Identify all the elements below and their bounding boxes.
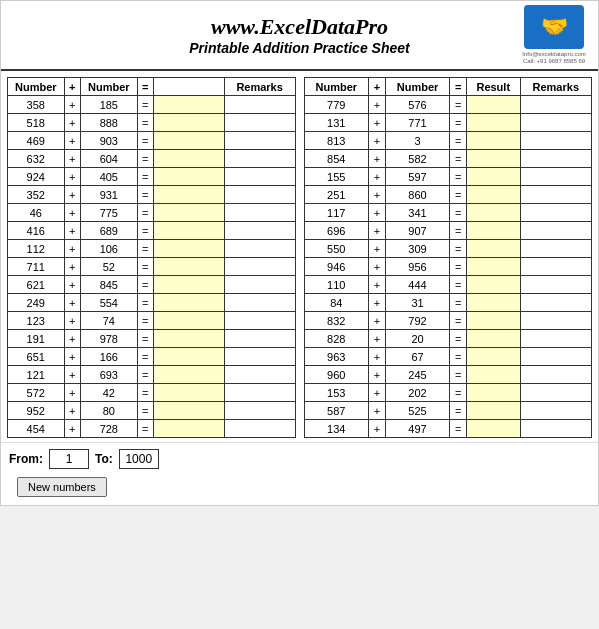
left-cell-r17-c0: 952 bbox=[8, 402, 65, 420]
right-cell-r17-c3: = bbox=[450, 402, 467, 420]
right-table-row: 828+20= bbox=[304, 330, 592, 348]
left-cell-r7-c3: = bbox=[137, 222, 153, 240]
right-cell-r14-c1: + bbox=[369, 348, 386, 366]
left-table: Number + Number = Remarks 358+185=518+88… bbox=[7, 77, 296, 438]
right-cell-r8-c1: + bbox=[369, 240, 386, 258]
right-table-row: 110+444= bbox=[304, 276, 592, 294]
to-input[interactable] bbox=[119, 449, 159, 469]
header-center: www.ExcelDataPro Printable Addition Prac… bbox=[81, 14, 518, 56]
right-cell-r11-c3: = bbox=[450, 294, 467, 312]
right-cell-r11-c0: 84 bbox=[304, 294, 369, 312]
right-cell-r18-c0: 134 bbox=[304, 420, 369, 438]
handshake-icon: 🤝 bbox=[541, 14, 568, 40]
right-cell-r13-c1: + bbox=[369, 330, 386, 348]
left-cell-r12-c1: + bbox=[64, 312, 80, 330]
right-cell-r15-c0: 960 bbox=[304, 366, 369, 384]
left-cell-r9-c1: + bbox=[64, 258, 80, 276]
right-cell-r1-c2: 771 bbox=[385, 114, 450, 132]
left-cell-r11-c1: + bbox=[64, 294, 80, 312]
right-cell-r0-c4 bbox=[466, 96, 520, 114]
right-cell-r18-c2: 497 bbox=[385, 420, 450, 438]
right-cell-r18-c5 bbox=[520, 420, 591, 438]
left-cell-r15-c4 bbox=[154, 366, 225, 384]
left-table-row: 651+166= bbox=[8, 348, 296, 366]
left-cell-r11-c0: 249 bbox=[8, 294, 65, 312]
left-cell-r8-c4 bbox=[154, 240, 225, 258]
right-cell-r0-c2: 576 bbox=[385, 96, 450, 114]
right-cell-r16-c3: = bbox=[450, 384, 467, 402]
from-input[interactable] bbox=[49, 449, 89, 469]
left-cell-r18-c0: 454 bbox=[8, 420, 65, 438]
left-cell-r3-c5 bbox=[224, 150, 295, 168]
right-cell-r5-c2: 860 bbox=[385, 186, 450, 204]
left-cell-r2-c1: + bbox=[64, 132, 80, 150]
right-cell-r9-c0: 946 bbox=[304, 258, 369, 276]
left-cell-r13-c1: + bbox=[64, 330, 80, 348]
right-cell-r11-c2: 31 bbox=[385, 294, 450, 312]
right-cell-r7-c3: = bbox=[450, 222, 467, 240]
left-cell-r10-c2: 845 bbox=[81, 276, 138, 294]
left-table-row: 358+185= bbox=[8, 96, 296, 114]
right-table-section: Number + Number = Result Remarks 779+576… bbox=[304, 77, 593, 438]
right-cell-r9-c3: = bbox=[450, 258, 467, 276]
left-cell-r4-c2: 405 bbox=[81, 168, 138, 186]
right-cell-r0-c1: + bbox=[369, 96, 386, 114]
right-cell-r13-c5 bbox=[520, 330, 591, 348]
left-cell-r3-c0: 632 bbox=[8, 150, 65, 168]
left-cell-r13-c3: = bbox=[137, 330, 153, 348]
right-cell-r3-c5 bbox=[520, 150, 591, 168]
right-cell-r0-c0: 779 bbox=[304, 96, 369, 114]
left-cell-r1-c3: = bbox=[137, 114, 153, 132]
right-cell-r6-c1: + bbox=[369, 204, 386, 222]
right-cell-r0-c5 bbox=[520, 96, 591, 114]
left-table-row: 632+604= bbox=[8, 150, 296, 168]
right-cell-r14-c4 bbox=[466, 348, 520, 366]
right-cell-r5-c1: + bbox=[369, 186, 386, 204]
left-table-row: 112+106= bbox=[8, 240, 296, 258]
left-cell-r18-c2: 728 bbox=[81, 420, 138, 438]
left-cell-r0-c5 bbox=[224, 96, 295, 114]
left-cell-r7-c0: 416 bbox=[8, 222, 65, 240]
left-cell-r2-c4 bbox=[154, 132, 225, 150]
left-table-section: Number + Number = Remarks 358+185=518+88… bbox=[7, 77, 296, 438]
right-cell-r11-c4 bbox=[466, 294, 520, 312]
left-table-row: 952+80= bbox=[8, 402, 296, 420]
left-table-row: 123+74= bbox=[8, 312, 296, 330]
right-cell-r4-c5 bbox=[520, 168, 591, 186]
left-col-blank bbox=[154, 78, 225, 96]
left-cell-r7-c5 bbox=[224, 222, 295, 240]
left-cell-r7-c4 bbox=[154, 222, 225, 240]
right-cell-r14-c2: 67 bbox=[385, 348, 450, 366]
right-cell-r12-c5 bbox=[520, 312, 591, 330]
right-cell-r1-c4 bbox=[466, 114, 520, 132]
left-cell-r12-c0: 123 bbox=[8, 312, 65, 330]
right-cell-r2-c5 bbox=[520, 132, 591, 150]
left-cell-r10-c5 bbox=[224, 276, 295, 294]
left-col-equals: = bbox=[137, 78, 153, 96]
left-cell-r10-c0: 621 bbox=[8, 276, 65, 294]
left-table-row: 352+931= bbox=[8, 186, 296, 204]
left-cell-r4-c3: = bbox=[137, 168, 153, 186]
right-cell-r14-c3: = bbox=[450, 348, 467, 366]
right-cell-r2-c2: 3 bbox=[385, 132, 450, 150]
left-cell-r17-c1: + bbox=[64, 402, 80, 420]
right-cell-r16-c0: 153 bbox=[304, 384, 369, 402]
left-cell-r17-c2: 80 bbox=[81, 402, 138, 420]
right-cell-r15-c3: = bbox=[450, 366, 467, 384]
left-cell-r3-c1: + bbox=[64, 150, 80, 168]
new-numbers-button[interactable]: New numbers bbox=[17, 477, 107, 497]
right-cell-r10-c4 bbox=[466, 276, 520, 294]
right-table-row: 84+31= bbox=[304, 294, 592, 312]
right-cell-r16-c4 bbox=[466, 384, 520, 402]
right-cell-r1-c3: = bbox=[450, 114, 467, 132]
left-table-row: 518+888= bbox=[8, 114, 296, 132]
left-cell-r0-c1: + bbox=[64, 96, 80, 114]
right-cell-r12-c0: 832 bbox=[304, 312, 369, 330]
left-table-row: 924+405= bbox=[8, 168, 296, 186]
left-cell-r9-c0: 711 bbox=[8, 258, 65, 276]
left-cell-r16-c5 bbox=[224, 384, 295, 402]
right-cell-r14-c5 bbox=[520, 348, 591, 366]
right-cell-r4-c0: 155 bbox=[304, 168, 369, 186]
left-cell-r13-c4 bbox=[154, 330, 225, 348]
right-table-row: 696+907= bbox=[304, 222, 592, 240]
